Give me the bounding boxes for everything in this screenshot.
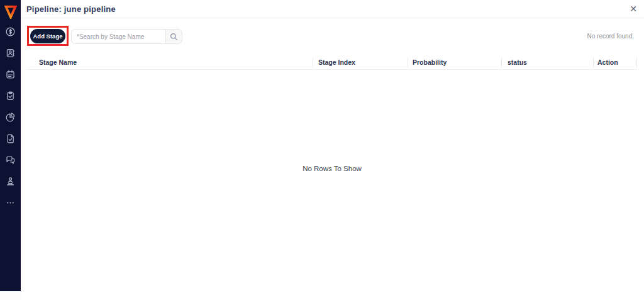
sidebar-nav — [6, 27, 15, 208]
pipeline-stages-modal: Pipeline: june pipeline ✕ Add Stage No r… — [0, 0, 644, 300]
page-title: Pipeline: june pipeline — [26, 4, 116, 14]
person-desk-icon[interactable] — [6, 177, 15, 186]
file-check-icon[interactable] — [6, 134, 15, 143]
column-header-stage-name[interactable]: Stage Name — [27, 58, 313, 67]
v-triangle-logo-icon — [4, 5, 17, 19]
no-record-status: No record found. — [587, 33, 635, 40]
app-logo[interactable] — [4, 4, 18, 19]
sidebar — [0, 0, 21, 291]
column-header-action[interactable]: Action — [593, 58, 637, 67]
dollar-circle-icon[interactable] — [6, 27, 15, 36]
ellipsis-icon[interactable] — [6, 198, 15, 208]
modal-header: Pipeline: june pipeline ✕ — [21, 0, 644, 18]
column-header-status[interactable]: status — [501, 58, 593, 67]
empty-table-message: No Rows To Show — [27, 165, 637, 172]
stages-table-header: Stage Name Stage Index Probability statu… — [27, 55, 637, 70]
column-header-probability[interactable]: Probability — [408, 58, 501, 67]
search-input[interactable] — [71, 29, 165, 44]
magnifier-icon — [170, 33, 178, 41]
stage-search — [71, 29, 182, 44]
search-button[interactable] — [165, 29, 182, 44]
column-header-stage-index[interactable]: Stage Index — [313, 58, 408, 67]
annotation-highlight-box: Add Stage — [27, 26, 69, 46]
contact-book-icon[interactable] — [6, 48, 15, 58]
sidebar-bottom-gap — [0, 291, 21, 300]
pie-chart-icon[interactable] — [6, 113, 15, 122]
add-stage-button[interactable]: Add Stage — [30, 29, 65, 43]
calendar-icon[interactable] — [6, 70, 15, 79]
close-icon[interactable]: ✕ — [628, 3, 639, 14]
clipboard-check-icon[interactable] — [6, 91, 15, 101]
chat-bubbles-icon[interactable] — [6, 155, 15, 165]
